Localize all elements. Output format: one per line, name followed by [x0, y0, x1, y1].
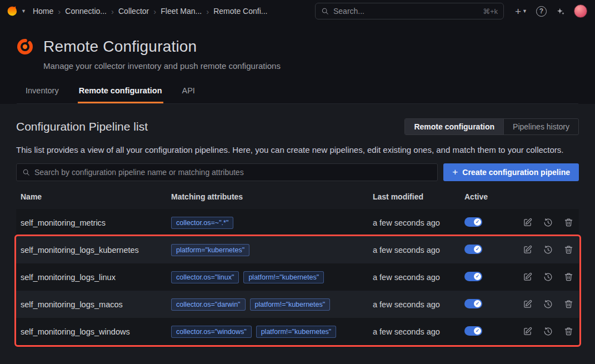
nav-actions: + ▼ ? — [515, 4, 587, 18]
toggle-check-icon: ✓ — [474, 218, 481, 226]
edit-button[interactable] — [523, 218, 532, 227]
delete-button[interactable] — [564, 327, 573, 336]
help-icon: ? — [536, 6, 547, 17]
history-button[interactable] — [543, 327, 553, 336]
history-icon — [543, 245, 553, 255]
pipeline-name: self_monitoring_metrics — [21, 218, 106, 227]
toggle-check-icon: ✓ — [474, 246, 481, 253]
history-button[interactable] — [543, 272, 553, 282]
table-row: self_monitoring_metrics collector.os=~".… — [16, 209, 579, 236]
chevron-down-icon: ▼ — [522, 8, 527, 14]
add-menu-button[interactable]: + ▼ — [515, 6, 527, 17]
delete-button[interactable] — [564, 272, 573, 282]
delete-button[interactable] — [564, 245, 573, 255]
trash-icon — [564, 245, 573, 255]
edit-icon — [523, 272, 532, 282]
user-avatar[interactable] — [574, 4, 587, 18]
page-subtitle: Manage your collector inventory and push… — [43, 61, 578, 71]
global-search[interactable]: ⌘+k — [315, 3, 504, 19]
pipeline-table: Name Matching attributes Last modified A… — [16, 188, 579, 345]
page-tabs: Inventory Remote configuration API — [17, 81, 578, 104]
active-toggle[interactable]: ✓ — [464, 299, 482, 308]
ai-assistant-button[interactable] — [556, 7, 565, 16]
matching-attribute-badge: platform="kubernetes" — [171, 244, 249, 256]
breadcrumb-item-fleet-management[interactable]: Fleet Man... — [161, 7, 202, 16]
section-description: This list provides a view of all your co… — [16, 145, 579, 154]
help-button[interactable]: ? — [536, 6, 547, 17]
active-toggle[interactable]: ✓ — [464, 272, 482, 281]
history-button[interactable] — [543, 245, 553, 255]
logo-dropdown-chevron-icon[interactable]: ▼ — [21, 8, 26, 14]
breadcrumb-separator: › — [153, 7, 156, 16]
edit-button[interactable] — [523, 327, 532, 336]
main-content: Configuration Pipeline list Remote confi… — [0, 104, 595, 364]
matching-attribute-badge: platform!="kubernetes" — [256, 326, 337, 338]
last-modified: a few seconds ago — [373, 300, 440, 309]
active-toggle[interactable]: ✓ — [464, 326, 482, 336]
history-icon — [543, 300, 553, 309]
edit-icon — [523, 218, 532, 227]
breadcrumb-separator: › — [58, 7, 61, 16]
edit-button[interactable] — [523, 245, 532, 255]
breadcrumb-item-collector[interactable]: Collector — [118, 7, 149, 16]
breadcrumb-item-remote-configuration[interactable]: Remote Confi... — [213, 7, 267, 16]
view-toggle-group: Remote configuration Pipelines history — [404, 118, 579, 135]
view-toggle-pipelines-history[interactable]: Pipelines history — [503, 119, 578, 134]
search-icon — [321, 7, 329, 15]
tab-api[interactable]: API — [181, 81, 196, 103]
matching-attribute-badge: platform!="kubernetes" — [250, 298, 331, 311]
toggle-check-icon: ✓ — [474, 300, 481, 307]
view-toggle-remote-configuration[interactable]: Remote configuration — [405, 119, 503, 134]
page-header: Remote Configuration Manage your collect… — [0, 22, 595, 104]
table-row: self_monitoring_logs_macos collector.os=… — [16, 291, 579, 318]
table-row: self_monitoring_logs_windows collector.o… — [16, 318, 579, 345]
column-header-last-modified: Last modified — [373, 188, 464, 209]
matching-attribute-badge: collector.os="linux" — [171, 271, 239, 283]
edit-icon — [523, 327, 532, 336]
pipeline-name: self_monitoring_logs_linux — [21, 273, 116, 282]
history-button[interactable] — [543, 300, 553, 309]
top-navigation: ▼ Home › Connectio... › Collector › Flee… — [0, 0, 595, 22]
pipeline-name: self_monitoring_logs_macos — [21, 300, 123, 309]
create-configuration-pipeline-button[interactable]: + Create configuration pipeline — [443, 163, 579, 181]
last-modified: a few seconds ago — [373, 246, 440, 255]
toggle-check-icon: ✓ — [474, 327, 481, 335]
pipeline-search[interactable] — [16, 163, 438, 181]
pipeline-table-body: self_monitoring_metrics collector.os=~".… — [16, 209, 579, 345]
matching-attribute-badge: collector.os="windows" — [171, 326, 252, 338]
history-icon — [543, 218, 553, 227]
active-toggle[interactable]: ✓ — [464, 245, 482, 254]
history-button[interactable] — [543, 218, 553, 227]
grafana-logo-icon[interactable] — [6, 5, 18, 17]
matching-attributes: collector.os="linux"platform!="kubernete… — [171, 271, 373, 283]
edit-button[interactable] — [523, 300, 532, 309]
page-title: Remote Configuration — [43, 38, 197, 56]
tab-inventory[interactable]: Inventory — [24, 81, 60, 103]
last-modified: a few seconds ago — [373, 327, 440, 336]
section-title: Configuration Pipeline list — [16, 120, 148, 133]
history-icon — [543, 272, 553, 282]
delete-button[interactable] — [564, 300, 573, 309]
breadcrumb-item-connections[interactable]: Connectio... — [65, 7, 107, 16]
edit-button[interactable] — [523, 272, 532, 282]
matching-attribute-badge: platform!="kubernetes" — [243, 271, 324, 283]
sparkle-icon — [556, 7, 565, 16]
pipeline-name: self_monitoring_logs_kubernetes — [21, 246, 139, 255]
delete-button[interactable] — [564, 218, 573, 227]
edit-icon — [523, 245, 532, 255]
tab-remote-configuration[interactable]: Remote configuration — [78, 81, 163, 103]
matching-attribute-badge: collector.os="darwin" — [171, 298, 246, 311]
global-search-input[interactable] — [333, 7, 478, 16]
matching-attributes: platform="kubernetes" — [171, 244, 373, 256]
trash-icon — [564, 272, 573, 282]
breadcrumb-item-home[interactable]: Home — [33, 7, 53, 16]
toggle-check-icon: ✓ — [474, 273, 481, 280]
breadcrumb: Home › Connectio... › Collector › Fleet … — [33, 7, 268, 16]
pipeline-search-input[interactable] — [34, 168, 432, 177]
last-modified: a few seconds ago — [373, 218, 440, 227]
last-modified: a few seconds ago — [373, 273, 440, 282]
active-toggle[interactable]: ✓ — [464, 217, 482, 227]
plus-icon: + — [452, 167, 458, 178]
column-header-matching-attributes: Matching attributes — [171, 188, 373, 209]
edit-icon — [523, 300, 532, 309]
